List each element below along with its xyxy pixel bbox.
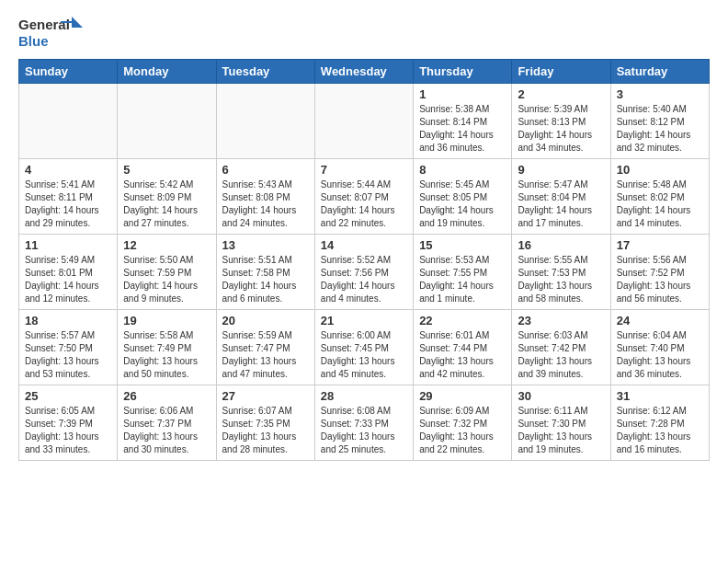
svg-text:General: General: [18, 17, 70, 32]
general-blue-logo: GeneralBlue: [18, 15, 92, 50]
calendar-cell: [118, 84, 216, 159]
day-number: 1: [419, 87, 506, 101]
day-number: 10: [617, 163, 703, 177]
day-number: 29: [419, 389, 506, 403]
day-number: 15: [419, 238, 506, 252]
day-info: Sunrise: 5:39 AM Sunset: 8:13 PM Dayligh…: [518, 103, 604, 155]
day-number: 14: [321, 238, 407, 252]
day-number: 12: [123, 238, 210, 252]
day-info: Sunrise: 5:45 AM Sunset: 8:05 PM Dayligh…: [419, 178, 506, 230]
calendar-cell: [19, 84, 118, 159]
calendar-cell: 27Sunrise: 6:07 AM Sunset: 7:35 PM Dayli…: [216, 385, 314, 461]
svg-text:Blue: Blue: [18, 33, 49, 49]
weekday-header-saturday: Saturday: [610, 60, 709, 84]
day-info: Sunrise: 5:43 AM Sunset: 8:08 PM Dayligh…: [222, 178, 309, 230]
calendar-cell: 6Sunrise: 5:43 AM Sunset: 8:08 PM Daylig…: [216, 159, 314, 235]
day-number: 16: [518, 238, 604, 252]
day-info: Sunrise: 6:08 AM Sunset: 7:33 PM Dayligh…: [321, 405, 407, 456]
calendar-cell: 26Sunrise: 6:06 AM Sunset: 7:37 PM Dayli…: [118, 385, 216, 461]
calendar-header-row: SundayMondayTuesdayWednesdayThursdayFrid…: [19, 60, 710, 84]
day-number: 11: [25, 238, 111, 252]
day-info: Sunrise: 5:56 AM Sunset: 7:52 PM Dayligh…: [617, 254, 703, 305]
calendar-cell: 8Sunrise: 5:45 AM Sunset: 8:05 PM Daylig…: [414, 159, 512, 235]
calendar-cell: 30Sunrise: 6:11 AM Sunset: 7:30 PM Dayli…: [512, 385, 610, 461]
day-number: 9: [518, 163, 604, 177]
day-number: 6: [222, 163, 309, 177]
day-number: 23: [518, 314, 604, 327]
calendar-week-5: 25Sunrise: 6:05 AM Sunset: 7:39 PM Dayli…: [19, 385, 710, 461]
calendar-cell: 11Sunrise: 5:49 AM Sunset: 8:01 PM Dayli…: [19, 235, 118, 310]
day-info: Sunrise: 6:05 AM Sunset: 7:39 PM Dayligh…: [25, 405, 111, 456]
day-info: Sunrise: 5:44 AM Sunset: 8:07 PM Dayligh…: [321, 178, 407, 230]
day-number: 2: [518, 87, 604, 101]
calendar-cell: 13Sunrise: 5:51 AM Sunset: 7:58 PM Dayli…: [216, 235, 314, 310]
calendar-cell: 17Sunrise: 5:56 AM Sunset: 7:52 PM Dayli…: [610, 235, 709, 310]
weekday-header-tuesday: Tuesday: [216, 60, 314, 84]
day-info: Sunrise: 5:51 AM Sunset: 7:58 PM Dayligh…: [222, 254, 309, 305]
calendar-cell: 1Sunrise: 5:38 AM Sunset: 8:14 PM Daylig…: [414, 84, 512, 159]
day-info: Sunrise: 5:47 AM Sunset: 8:04 PM Dayligh…: [518, 178, 604, 230]
day-info: Sunrise: 5:40 AM Sunset: 8:12 PM Dayligh…: [617, 103, 703, 155]
day-number: 22: [419, 314, 506, 327]
day-number: 21: [321, 314, 407, 327]
calendar-cell: 3Sunrise: 5:40 AM Sunset: 8:12 PM Daylig…: [610, 84, 709, 159]
calendar-cell: 31Sunrise: 6:12 AM Sunset: 7:28 PM Dayli…: [610, 385, 709, 461]
day-info: Sunrise: 6:07 AM Sunset: 7:35 PM Dayligh…: [222, 405, 309, 456]
calendar-cell: 21Sunrise: 6:00 AM Sunset: 7:45 PM Dayli…: [314, 310, 413, 385]
day-number: 19: [123, 314, 210, 327]
day-number: 4: [25, 163, 111, 177]
calendar-cell: 2Sunrise: 5:39 AM Sunset: 8:13 PM Daylig…: [512, 84, 610, 159]
day-info: Sunrise: 6:04 AM Sunset: 7:40 PM Dayligh…: [617, 329, 703, 381]
calendar-cell: 10Sunrise: 5:48 AM Sunset: 8:02 PM Dayli…: [610, 159, 709, 235]
day-info: Sunrise: 5:48 AM Sunset: 8:02 PM Dayligh…: [617, 178, 703, 230]
calendar-cell: 18Sunrise: 5:57 AM Sunset: 7:50 PM Dayli…: [19, 310, 118, 385]
day-info: Sunrise: 6:11 AM Sunset: 7:30 PM Dayligh…: [518, 405, 604, 456]
calendar-cell: 14Sunrise: 5:52 AM Sunset: 7:56 PM Dayli…: [314, 235, 413, 310]
calendar-cell: 9Sunrise: 5:47 AM Sunset: 8:04 PM Daylig…: [512, 159, 610, 235]
day-info: Sunrise: 6:12 AM Sunset: 7:28 PM Dayligh…: [617, 405, 703, 456]
day-info: Sunrise: 5:57 AM Sunset: 7:50 PM Dayligh…: [25, 329, 111, 381]
day-info: Sunrise: 5:53 AM Sunset: 7:55 PM Dayligh…: [419, 254, 506, 305]
calendar-week-2: 4Sunrise: 5:41 AM Sunset: 8:11 PM Daylig…: [19, 159, 710, 235]
day-info: Sunrise: 5:52 AM Sunset: 7:56 PM Dayligh…: [321, 254, 407, 305]
calendar-cell: 19Sunrise: 5:58 AM Sunset: 7:49 PM Dayli…: [118, 310, 216, 385]
calendar-cell: 25Sunrise: 6:05 AM Sunset: 7:39 PM Dayli…: [19, 385, 118, 461]
weekday-header-monday: Monday: [118, 60, 216, 84]
day-info: Sunrise: 5:58 AM Sunset: 7:49 PM Dayligh…: [123, 329, 210, 381]
day-info: Sunrise: 5:38 AM Sunset: 8:14 PM Dayligh…: [419, 103, 506, 155]
calendar-cell: 7Sunrise: 5:44 AM Sunset: 8:07 PM Daylig…: [314, 159, 413, 235]
logo: GeneralBlue: [18, 15, 92, 50]
weekday-header-sunday: Sunday: [19, 60, 118, 84]
calendar-cell: 12Sunrise: 5:50 AM Sunset: 7:59 PM Dayli…: [118, 235, 216, 310]
day-info: Sunrise: 6:09 AM Sunset: 7:32 PM Dayligh…: [419, 405, 506, 456]
weekday-header-friday: Friday: [512, 60, 610, 84]
day-number: 7: [321, 163, 407, 177]
day-number: 30: [518, 389, 604, 403]
svg-marker-2: [72, 17, 83, 28]
day-info: Sunrise: 5:55 AM Sunset: 7:53 PM Dayligh…: [518, 254, 604, 305]
calendar-cell: 4Sunrise: 5:41 AM Sunset: 8:11 PM Daylig…: [19, 159, 118, 235]
day-number: 5: [123, 163, 210, 177]
calendar-cell: 23Sunrise: 6:03 AM Sunset: 7:42 PM Dayli…: [512, 310, 610, 385]
day-info: Sunrise: 6:01 AM Sunset: 7:44 PM Dayligh…: [419, 329, 506, 381]
weekday-header-wednesday: Wednesday: [314, 60, 413, 84]
calendar-cell: 24Sunrise: 6:04 AM Sunset: 7:40 PM Dayli…: [610, 310, 709, 385]
calendar-cell: 5Sunrise: 5:42 AM Sunset: 8:09 PM Daylig…: [118, 159, 216, 235]
day-number: 31: [617, 389, 703, 403]
day-number: 18: [25, 314, 111, 327]
day-info: Sunrise: 5:59 AM Sunset: 7:47 PM Dayligh…: [222, 329, 309, 381]
day-number: 8: [419, 163, 506, 177]
day-number: 24: [617, 314, 703, 327]
calendar-cell: 29Sunrise: 6:09 AM Sunset: 7:32 PM Dayli…: [414, 385, 512, 461]
calendar-week-3: 11Sunrise: 5:49 AM Sunset: 8:01 PM Dayli…: [19, 235, 710, 310]
day-info: Sunrise: 5:42 AM Sunset: 8:09 PM Dayligh…: [123, 178, 210, 230]
calendar-cell: 22Sunrise: 6:01 AM Sunset: 7:44 PM Dayli…: [414, 310, 512, 385]
calendar-week-1: 1Sunrise: 5:38 AM Sunset: 8:14 PM Daylig…: [19, 84, 710, 159]
day-number: 26: [123, 389, 210, 403]
calendar-cell: 20Sunrise: 5:59 AM Sunset: 7:47 PM Dayli…: [216, 310, 314, 385]
calendar-cell: [314, 84, 413, 159]
calendar-cell: 16Sunrise: 5:55 AM Sunset: 7:53 PM Dayli…: [512, 235, 610, 310]
day-info: Sunrise: 6:00 AM Sunset: 7:45 PM Dayligh…: [321, 329, 407, 381]
day-info: Sunrise: 6:06 AM Sunset: 7:37 PM Dayligh…: [123, 405, 210, 456]
calendar-table: SundayMondayTuesdayWednesdayThursdayFrid…: [18, 59, 710, 461]
